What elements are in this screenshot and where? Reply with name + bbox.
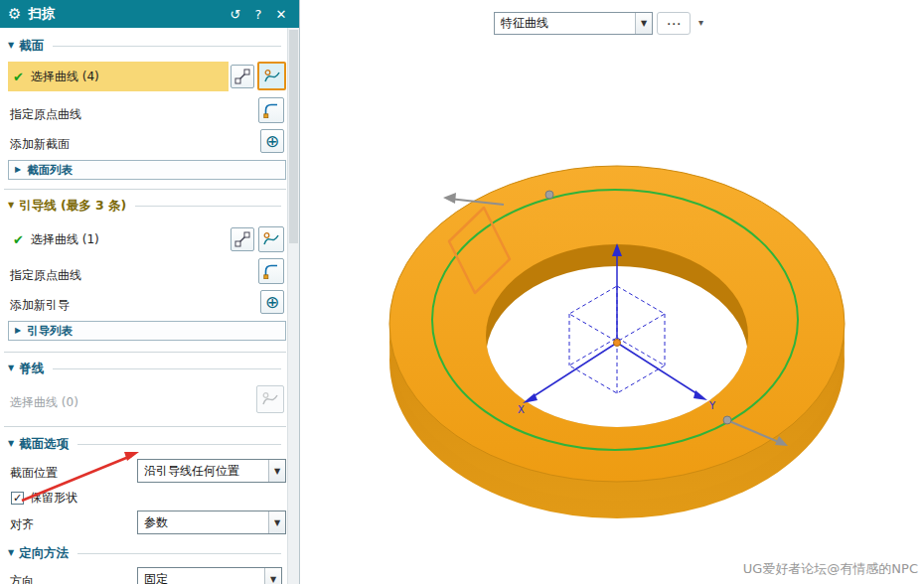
guides-select-curve-row[interactable]: ✔ 选择曲线 (1) (8, 226, 229, 252)
collapse-icon: ▼ (8, 440, 14, 448)
spine-curve-select-button[interactable] (256, 385, 284, 413)
group-separator (4, 352, 286, 353)
check-icon: ✔ (13, 233, 24, 246)
align-value: 参数 (138, 514, 268, 531)
section-curve-select-button[interactable] (257, 62, 286, 90)
section-list-label: 截面列表 (27, 163, 73, 178)
reset-button[interactable]: ↺ (226, 7, 245, 22)
direction-label: 方向 (10, 573, 34, 584)
curve-rule-dropdown[interactable]: 特征曲线 ▼ (494, 12, 653, 35)
guides-curve-select-button[interactable] (258, 226, 284, 252)
dialog-title: 扫掠 (28, 5, 223, 23)
group-header-spine[interactable]: ▼ 脊线 (8, 361, 281, 376)
axis-x-label: X (518, 404, 525, 415)
gear-icon: ⚙ (8, 5, 21, 23)
chevron-down-icon: ▼ (268, 460, 285, 482)
align-label: 对齐 (10, 516, 34, 533)
header-rule (135, 206, 281, 207)
chevron-down-icon: ▼ (264, 568, 281, 584)
curve-icon (262, 230, 280, 248)
chevron-down-icon: ▼ (268, 511, 285, 533)
chevron-down-icon: ▼ (635, 13, 652, 34)
section-list-expander[interactable]: ▶ 截面列表 (8, 160, 286, 180)
section-position-value: 沿引导线任何位置 (138, 463, 268, 480)
guides-add-new-label: 添加新引导 (10, 297, 70, 314)
guides-list-expander[interactable]: ▶ 引导列表 (8, 321, 286, 341)
expand-icon: ▶ (15, 166, 21, 174)
align-dropdown[interactable]: 参数 ▼ (137, 511, 286, 534)
group-title-spine: 脊线 (19, 361, 44, 377)
spine-select-curve-label: 选择曲线 (0) (10, 394, 78, 411)
model-scene: X Y (300, 0, 924, 584)
collapse-icon: ▼ (8, 365, 14, 372)
nx-application-window: ⚙ 扫掠 ↺ ? ✕ ▼ 截面 ✔ 选择曲线 (4) (0, 0, 924, 584)
diagonal-points-icon (234, 231, 250, 247)
add-icon: ⊕ (265, 294, 279, 311)
direction-value: 固定 (138, 571, 264, 584)
scrollbar-thumb[interactable] (289, 30, 298, 243)
watermark-text: UG爱好者论坛@有情感的NPC (743, 560, 918, 578)
group-title-section: 截面 (19, 38, 44, 55)
corner-curve-icon (263, 263, 279, 279)
keep-shape-label: 保留形状 (30, 490, 77, 507)
direction-dropdown[interactable]: 固定 ▼ (137, 567, 282, 584)
section-add-new-label: 添加新截面 (10, 136, 70, 153)
group-header-section-options[interactable]: ▼ 截面选项 (8, 436, 281, 452)
curve-rule-value: 特征曲线 (495, 15, 635, 32)
group-header-section[interactable]: ▼ 截面 (8, 38, 281, 54)
close-button[interactable]: ✕ (271, 7, 291, 22)
guides-deselect-button[interactable] (231, 227, 254, 251)
axis-y-label: Y (708, 400, 716, 411)
section-position-label: 截面位置 (10, 465, 58, 482)
header-rule (77, 444, 281, 445)
group-separator (4, 189, 286, 190)
group-separator (4, 426, 286, 427)
collapse-icon: ▼ (8, 549, 14, 557)
corner-curve-icon (263, 102, 279, 118)
expand-icon: ▶ (15, 327, 21, 335)
guides-add-new-button[interactable]: ⊕ (260, 290, 284, 314)
group-title-section-options: 截面选项 (19, 436, 69, 453)
section-position-dropdown[interactable]: 沿引导线任何位置 ▼ (137, 459, 286, 483)
guides-origin-curve-button[interactable] (258, 258, 284, 284)
toolbar-overflow-button[interactable]: ▾ (698, 17, 703, 28)
wcs-origin-handle[interactable] (614, 340, 621, 347)
section-select-curve-row[interactable]: ✔ 选择曲线 (4) (8, 62, 229, 91)
caret-down-icon: ▾ (698, 17, 703, 28)
header-rule (53, 46, 281, 47)
group-header-guides[interactable]: ▼ 引导线 (最多 3 条) (8, 198, 281, 214)
section-origin-curve-label: 指定原点曲线 (10, 106, 81, 123)
more-options-button[interactable]: ⋯ (657, 12, 691, 35)
diagonal-points-icon (234, 69, 250, 84)
group-title-guides: 引导线 (最多 3 条) (19, 198, 126, 215)
more-icon: ⋯ (667, 15, 682, 33)
guides-select-curve-label: 选择曲线 (1) (31, 231, 99, 248)
section-select-curve-label: 选择曲线 (4) (31, 69, 99, 85)
graphics-viewport[interactable]: X Y 特征曲线 ▼ ⋯ ▾ UG爱好者论坛@有情感的NPC (300, 0, 924, 584)
checkbox-check-icon: ✓ (13, 493, 22, 504)
curve-icon-disabled (261, 390, 279, 408)
section-add-new-button[interactable]: ⊕ (260, 129, 284, 153)
dialog-scrollbar[interactable] (287, 28, 299, 584)
guides-list-label: 引导列表 (27, 324, 73, 339)
help-button[interactable]: ? (248, 7, 268, 22)
header-rule (77, 553, 281, 554)
keep-shape-checkbox[interactable]: ✓ 保留形状 (11, 490, 77, 507)
collapse-icon: ▼ (8, 42, 14, 50)
section-deselect-button[interactable] (231, 65, 254, 88)
checkbox-box: ✓ (11, 492, 24, 505)
section-origin-curve-button[interactable] (258, 97, 284, 123)
dialog-titlebar[interactable]: ⚙ 扫掠 ↺ ? ✕ (0, 0, 299, 28)
guides-origin-curve-label: 指定原点曲线 (10, 267, 81, 284)
group-header-orientation-method[interactable]: ▼ 定向方法 (8, 545, 281, 561)
add-icon: ⊕ (265, 133, 279, 150)
curve-icon (263, 68, 281, 85)
collapse-icon: ▼ (8, 202, 14, 210)
header-rule (53, 368, 281, 369)
check-icon: ✔ (13, 71, 24, 83)
sweep-dialog: ⚙ 扫掠 ↺ ? ✕ ▼ 截面 ✔ 选择曲线 (4) (0, 0, 300, 584)
group-title-orientation-method: 定向方法 (19, 545, 69, 562)
